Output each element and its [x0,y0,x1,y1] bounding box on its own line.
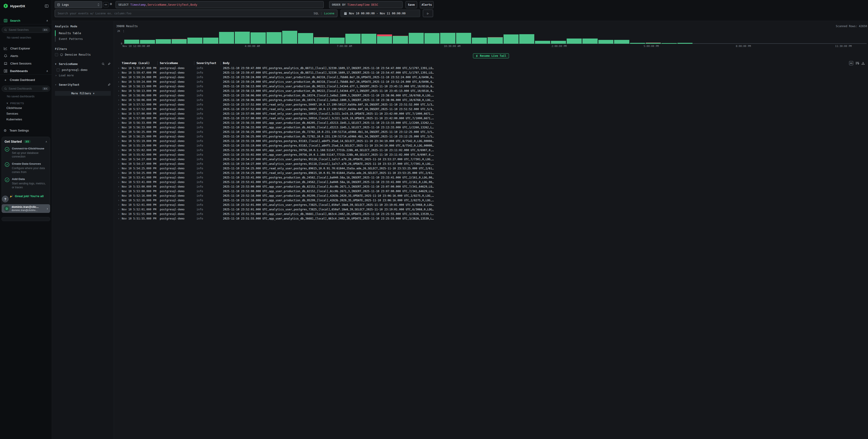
pin-icon[interactable] [107,62,111,65]
run-query-button[interactable]: ▷ [423,9,433,17]
table-row[interactable]: ›Nov 10 5:57:52.000 PMpostgresql-demoinf… [114,107,434,112]
column-resize-handle[interactable] [220,62,221,65]
table-row[interactable]: ›Nov 10 5:53:00.000 PMpostgresql-demoinf… [114,185,434,189]
chevron-up-icon[interactable]: ∧ [45,140,47,143]
more-filters-button[interactable]: More filters ∨ [55,91,111,96]
row-expand-chevron[interactable]: › [118,67,119,70]
column-header-timestamp[interactable]: Timestamp (Local) [122,62,150,65]
load-more-button[interactable]: › Load more [55,74,114,77]
table-row[interactable]: ›Nov 10 5:54:25.000 PMpostgresql-demoinf… [114,171,434,176]
select-columns-input[interactable]: SELECT Timestamp ,ServiceName,SeverityTe… [116,1,324,8]
help-button[interactable]: ? [2,195,9,202]
table-row[interactable]: ›Nov 10 5:59:24.000 PMpostgresql-demoinf… [114,80,434,84]
row-expand-chevron[interactable]: › [118,158,119,161]
table-row[interactable]: ›Nov 10 5:57:00.000 PMpostgresql-demoinf… [114,116,434,121]
table-row[interactable]: ›Nov 10 5:56:25.000 PMpostgresql-demoinf… [114,134,434,139]
row-expand-chevron[interactable]: › [118,89,119,93]
row-expand-chevron[interactable]: › [118,194,119,197]
row-expand-chevron[interactable]: › [118,149,119,152]
row-expand-chevron[interactable]: › [118,139,119,143]
row-expand-chevron[interactable]: › [118,171,119,175]
row-expand-chevron[interactable]: › [118,112,119,115]
table-row[interactable]: ›Nov 10 5:52:16.000 PMpostgresql-demoinf… [114,194,434,198]
column-resize-handle[interactable] [194,62,194,65]
gear-icon[interactable]: ⚙ [110,2,112,6]
filter-value-postgresql-demo[interactable]: postgresql-demo [57,68,114,71]
saved-dashboards-input[interactable]: ⌘K [2,86,50,92]
row-expand-chevron[interactable]: › [118,199,119,202]
table-row[interactable]: ›Nov 10 5:56:25.000 PMpostgresql-demoinf… [114,130,434,134]
table-row[interactable]: ›Nov 10 5:55:02.000 PMpostgresql-demoinf… [114,148,434,153]
table-row[interactable]: ›Nov 10 5:58:13.000 PMpostgresql-demoinf… [114,84,434,89]
table-row[interactable]: ›Nov 10 5:54:25.000 PMpostgresql-demoinf… [114,166,434,171]
table-row[interactable]: ›Nov 10 5:55:02.000 PMpostgresql-demoinf… [114,153,434,157]
preset-item-clickhouse[interactable]: ClickHouse [0,105,52,111]
saved-searches-input[interactable]: ⌘K [2,27,50,33]
checkbox[interactable] [55,53,58,56]
row-expand-chevron[interactable]: › [118,121,119,124]
get-started-item[interactable]: Connect to ClickHouseSet up your databas… [5,147,47,159]
event-search-input[interactable]: SQL | Lucene [55,9,337,17]
table-row[interactable]: ›Nov 10 5:55:19.000 PMpostgresql-demoinf… [114,144,434,148]
row-expand-chevron[interactable]: › [118,162,119,165]
row-expand-chevron[interactable]: › [118,135,119,138]
language-toggle-lucene[interactable]: Lucene [324,12,334,15]
table-row[interactable]: ›Nov 10 5:56:33.000 PMpostgresql-demoinf… [114,125,434,130]
date-range-picker[interactable]: Nov 10 00:00:00 - Nov 11 00:00:00 [341,9,420,17]
get-started-item[interactable]: Add DataStart sending logs, metrics, or … [5,177,47,189]
filter-group-servicename[interactable]: ∨ ServiceName [55,62,111,66]
column-header-severitytext[interactable]: SeverityText [196,62,216,65]
table-row[interactable]: ›Nov 10 5:59:24.000 PMpostgresql-demoinf… [114,75,434,80]
row-expand-chevron[interactable]: › [118,98,119,102]
table-row[interactable]: ›Nov 10 5:58:06.000 PMpostgresql-demoinf… [114,93,434,98]
row-expand-chevron[interactable]: › [118,144,119,147]
table-row[interactable]: ›Nov 10 5:51:55.000 PMpostgresql-demoinf… [114,217,434,220]
source-select[interactable]: Logs [55,1,102,8]
table-row[interactable]: ›Nov 10 5:52:01.000 PMpostgresql-demoinf… [114,208,434,212]
row-expand-chevron[interactable]: › [118,153,119,156]
mode-event-patterns[interactable]: Event Patterns [55,36,114,42]
row-expand-chevron[interactable]: › [118,217,119,220]
filter-group-severitytext[interactable]: › SeverityText [55,83,111,86]
get-started-item[interactable]: Create Data SourcesConfigure where your … [5,162,47,174]
table-row[interactable]: ›Nov 10 5:53:00.000 PMpostgresql-demoinf… [114,189,434,194]
user-menu[interactable]: D dominic.tran@clic... dominic.tran@clic… [2,204,50,213]
column-header-body[interactable]: Body [223,62,229,65]
denoise-results-checkbox[interactable]: Denoise Results [55,53,114,56]
table-row[interactable]: ›Nov 10 5:57:00.000 PMpostgresql-demoinf… [114,112,434,116]
row-expand-chevron[interactable]: › [118,94,119,97]
preset-item-services[interactable]: Services [0,111,52,117]
pin-icon[interactable] [107,83,111,86]
saved-dashboards-field[interactable] [9,87,40,90]
table-row[interactable]: ›Nov 10 5:57:52.000 PMpostgresql-demoinf… [114,102,434,107]
row-expand-chevron[interactable]: › [118,117,119,120]
sidebar-item-team-settings[interactable]: ⚙ Team Settings [0,127,52,134]
row-expand-chevron[interactable]: › [118,190,119,193]
row-expand-chevron[interactable]: › [118,80,119,84]
row-expand-chevron[interactable]: › [118,126,119,129]
column-resize-handle[interactable] [157,62,158,65]
row-expand-chevron[interactable]: › [118,76,119,79]
save-button[interactable]: Save [405,1,417,8]
table-row[interactable]: ›Nov 10 5:54:27.000 PMpostgresql-demoinf… [114,157,434,162]
sidebar-item-chart-explorer[interactable]: Chart Explorer [0,45,52,52]
table-row[interactable]: ›Nov 10 5:58:06.000 PMpostgresql-demoinf… [114,98,434,102]
table-row[interactable]: ›Nov 10 5:53:41.000 PMpostgresql-demoinf… [114,176,434,180]
orderby-input[interactable]: ORDER BY TimestampTime DESC [329,1,403,8]
row-expand-chevron[interactable]: › [118,107,119,111]
table-row[interactable]: ›Nov 10 5:52:16.000 PMpostgresql-demoinf… [114,198,434,203]
sidebar-collapse-icon[interactable] [45,4,49,8]
row-expand-chevron[interactable]: › [118,203,119,207]
row-expand-chevron[interactable]: › [118,85,119,88]
row-expand-chevron[interactable]: › [118,208,119,211]
event-search-field[interactable] [58,12,312,15]
row-expand-chevron[interactable]: › [118,167,119,170]
sidebar-item-search[interactable]: Search ∧ [0,17,52,24]
sidebar-item-alerts[interactable]: Alerts [0,52,52,60]
row-expand-chevron[interactable]: › [118,181,119,184]
table-row[interactable]: ›Nov 10 5:54:27.000 PMpostgresql-demoinf… [114,162,434,166]
table-row[interactable]: ›Nov 10 5:51:55.000 PMpostgresql-demoinf… [114,212,434,217]
table-row[interactable]: ›Nov 10 5:59:47.000 PMpostgresql-demoinf… [114,66,434,71]
sidebar-item-dashboards[interactable]: Dashboards ∧ [0,67,52,75]
checkbox[interactable] [57,68,60,71]
